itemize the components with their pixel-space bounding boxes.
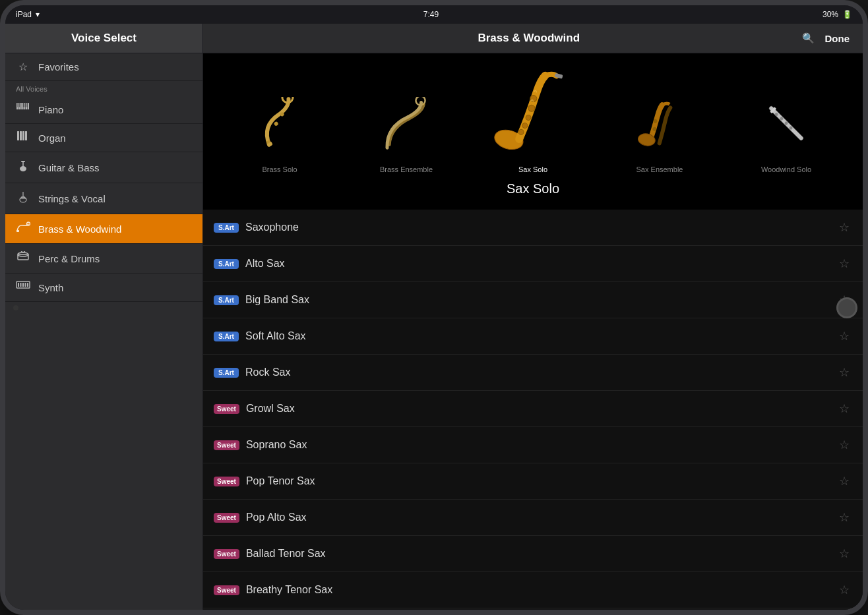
voice-row-breathy-tenor-sax[interactable]: Sweet Breathy Tenor Sax ☆ — [203, 572, 863, 608]
svg-rect-13 — [20, 131, 22, 140]
badge-growl-sax: Sweet — [214, 404, 239, 414]
voice-row-alto-sax[interactable]: S.Art Alto Sax ☆ — [203, 246, 863, 282]
search-icon[interactable]: 🔍 — [802, 32, 815, 44]
piano-icon — [16, 103, 30, 116]
side-home-button[interactable] — [836, 297, 857, 318]
sax-ensemble-label: Sax Ensemble — [636, 165, 683, 173]
favorite-ballad-tenor-sax[interactable]: ☆ — [836, 544, 852, 564]
favorite-breathy-tenor-sax[interactable]: ☆ — [836, 580, 852, 600]
brass-solo-image — [237, 84, 323, 163]
badge-soft-alto-sax: S.Art — [214, 332, 239, 341]
sax-solo-image — [480, 64, 586, 163]
carousel-item-brass-solo[interactable]: Brass Solo — [220, 84, 339, 173]
voice-row-pop-alto-sax[interactable]: Sweet Pop Alto Sax ☆ — [203, 500, 863, 536]
svg-point-38 — [274, 121, 279, 127]
sidebar-item-label-guitar-bass: Guitar & Bass — [38, 162, 100, 173]
main-content: Brass & Woodwind 🔍 Done — [203, 24, 863, 610]
favorite-growl-sax[interactable]: ☆ — [836, 399, 852, 419]
voice-row-jazz-tenor-sax[interactable]: Sweet Jazz Tenor Sax ☆ — [203, 608, 863, 610]
svg-rect-8 — [19, 103, 20, 107]
sidebar-item-guitar-bass[interactable]: Guitar & Bass — [5, 152, 202, 183]
favorite-soft-alto-sax[interactable]: ☆ — [836, 326, 852, 346]
voice-row-rock-sax[interactable]: S.Art Rock Sax ☆ — [203, 355, 863, 391]
sidebar-item-label-brass-woodwind: Brass & Woodwind — [38, 223, 121, 235]
status-time: 7:49 — [423, 10, 439, 19]
side-dot — [13, 305, 18, 310]
status-right: 30% 🔋 — [822, 10, 852, 19]
svg-rect-32 — [22, 283, 24, 287]
status-bar: iPad ▾ 7:49 30% 🔋 — [5, 5, 863, 24]
voice-row-saxophone[interactable]: S.Art Saxophone ☆ — [203, 210, 863, 246]
sidebar-item-perc-drums[interactable]: Perc & Drums — [5, 244, 202, 274]
badge-big-band-sax: S.Art — [214, 295, 239, 305]
svg-rect-33 — [25, 283, 26, 287]
favorite-pop-alto-sax[interactable]: ☆ — [836, 508, 852, 527]
svg-rect-34 — [27, 283, 28, 287]
voice-name-pop-alto-sax: Pop Alto Sax — [246, 512, 830, 523]
badge-pop-alto-sax: Sweet — [214, 513, 239, 523]
badge-saxophone: S.Art — [214, 223, 239, 233]
woodwind-solo-image — [743, 84, 829, 163]
svg-rect-30 — [18, 283, 19, 287]
voice-row-growl-sax[interactable]: Sweet Growl Sax ☆ — [203, 391, 863, 427]
carousel-section: Brass Solo — [203, 53, 863, 210]
voice-name-ballad-tenor-sax: Ballad Tenor Sax — [246, 548, 830, 560]
voice-name-saxophone: Saxophone — [245, 221, 830, 233]
sidebar-item-organ[interactable]: Organ — [5, 124, 202, 152]
voice-name-big-band-sax: Big Band Sax — [245, 294, 830, 306]
badge-soprano-sax: Sweet — [214, 440, 239, 450]
sidebar-item-label-organ: Organ — [38, 132, 66, 144]
badge-alto-sax: S.Art — [214, 259, 239, 269]
sidebar-item-strings-vocal[interactable]: Strings & Vocal — [5, 183, 202, 214]
voice-name-pop-tenor-sax: Pop Tenor Sax — [246, 475, 830, 487]
voice-row-soprano-sax[interactable]: Sweet Soprano Sax ☆ — [203, 427, 863, 463]
svg-rect-2 — [20, 103, 22, 109]
carousel-item-brass-ensemble[interactable]: Brass Ensemble — [347, 84, 466, 173]
svg-rect-9 — [23, 103, 24, 107]
voice-row-pop-tenor-sax[interactable]: Sweet Pop Tenor Sax ☆ — [203, 463, 863, 500]
wifi-icon: ▾ — [36, 10, 40, 19]
badge-pop-tenor-sax: Sweet — [214, 477, 239, 486]
sax-solo-label: Sax Solo — [518, 165, 547, 173]
done-button[interactable]: Done — [825, 33, 850, 44]
sidebar-item-favorites[interactable]: ☆ Favorites — [5, 53, 202, 81]
favorite-saxophone[interactable]: ☆ — [836, 218, 852, 237]
app-container: Voice Select ☆ Favorites All Voices — [5, 24, 863, 610]
strings-icon — [16, 190, 30, 206]
svg-rect-26 — [18, 254, 28, 260]
favorite-alto-sax[interactable]: ☆ — [836, 254, 852, 274]
voice-row-soft-alto-sax[interactable]: S.Art Soft Alto Sax ☆ — [203, 318, 863, 355]
header-actions: 🔍 Done — [802, 32, 850, 44]
favorite-soprano-sax[interactable]: ☆ — [836, 435, 852, 455]
carousel-item-woodwind-solo[interactable]: Woodwind Solo — [727, 84, 846, 173]
favorite-pop-tenor-sax[interactable]: ☆ — [836, 471, 852, 491]
svg-rect-7 — [18, 103, 19, 107]
favorites-icon: ☆ — [16, 61, 30, 73]
synth-icon — [16, 281, 30, 294]
sidebar-title: Voice Select — [71, 32, 137, 44]
svg-rect-31 — [20, 283, 22, 287]
carousel-item-sax-solo[interactable]: Sax Solo — [474, 64, 592, 173]
ipad-frame: iPad ▾ 7:49 30% 🔋 Voice Select ☆ Favorit… — [0, 0, 868, 615]
brass-ensemble-label: Brass Ensemble — [380, 165, 433, 173]
content-title: Brass & Woodwind — [256, 32, 802, 45]
drums-icon — [16, 251, 30, 266]
battery-icon: 🔋 — [842, 10, 852, 19]
voice-row-big-band-sax[interactable]: S.Art Big Band Sax ☆ — [203, 282, 863, 318]
sidebar-item-piano[interactable]: Piano — [5, 96, 202, 124]
voice-name-alto-sax: Alto Sax — [245, 258, 830, 270]
sidebar-item-synth[interactable]: Synth — [5, 274, 202, 302]
svg-rect-6 — [28, 103, 29, 109]
favorite-rock-sax[interactable]: ☆ — [836, 363, 852, 382]
carousel-item-sax-ensemble[interactable]: Sax Ensemble — [600, 84, 719, 173]
svg-rect-15 — [25, 131, 27, 140]
badge-breathy-tenor-sax: Sweet — [214, 585, 239, 595]
voice-row-ballad-tenor-sax[interactable]: Sweet Ballad Tenor Sax ☆ — [203, 536, 863, 572]
badge-ballad-tenor-sax: Sweet — [214, 549, 239, 559]
voice-name-rock-sax: Rock Sax — [245, 366, 830, 378]
sidebar-item-brass-woodwind[interactable]: Brass & Woodwind — [5, 214, 202, 244]
sidebar: Voice Select ☆ Favorites All Voices — [5, 24, 203, 610]
svg-rect-18 — [21, 161, 25, 162]
voice-name-breathy-tenor-sax: Breathy Tenor Sax — [246, 584, 830, 596]
carousel-title: Sax Solo — [507, 176, 559, 204]
